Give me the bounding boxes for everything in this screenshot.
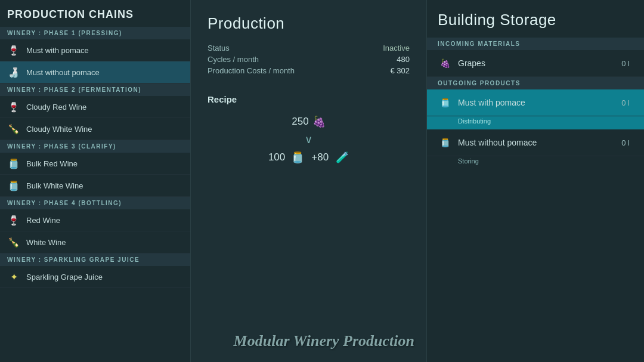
chain-item-label-0-0: Must with pomace bbox=[26, 46, 89, 55]
outgoing-value-1: 0 l bbox=[621, 138, 630, 147]
chain-item-icon-1-0: 🍷 bbox=[7, 100, 20, 113]
stat-value-0: Inactive bbox=[383, 44, 410, 52]
outgoing-label-0: Must with pomace bbox=[458, 98, 621, 107]
middle-panel: Production StatusInactiveCycles / month4… bbox=[191, 0, 426, 362]
grape-icon: 🍇 bbox=[312, 115, 326, 128]
chain-item-icon-0-0: 🍷 bbox=[7, 44, 20, 57]
chain-item-label-1-1: Cloudy White Wine bbox=[26, 125, 92, 134]
chain-item-label-3-1: White Wine bbox=[26, 238, 66, 247]
left-panel: PRODUCTION CHAINS WINERY : PHASE 1 (PRES… bbox=[0, 0, 191, 362]
section-header-1: WINERY : PHASE 2 (FERMENTATION) bbox=[0, 83, 190, 96]
chain-item-4-0[interactable]: ✦Sparkling Grape Juice bbox=[0, 266, 190, 288]
chain-item-icon-1-1: 🍾 bbox=[7, 122, 20, 135]
chain-item-icon-2-0: 🫙 bbox=[7, 157, 20, 170]
stat-label-2: Production Costs / month bbox=[208, 66, 295, 75]
stat-row-2: Production Costs / month€ 302 bbox=[208, 66, 410, 75]
incoming-item-0: 🍇 Grapes 0 l bbox=[427, 50, 644, 77]
output-plus: +80 bbox=[311, 151, 329, 163]
stat-row-0: StatusInactive bbox=[208, 44, 410, 52]
section-header-4: WINERY : SPARKLING GRAPE JUICE bbox=[0, 253, 190, 266]
outgoing-item-0: 🫙 Must with pomace 0 l bbox=[427, 89, 644, 116]
section-header-0: WINERY : PHASE 1 (PRESSING) bbox=[0, 27, 190, 39]
chain-item-2-0[interactable]: 🫙Bulk Red Wine bbox=[0, 153, 190, 175]
chain-item-0-0[interactable]: 🍷Must with pomace bbox=[0, 39, 190, 61]
production-stats: StatusInactiveCycles / month480Productio… bbox=[208, 44, 410, 75]
outgoing-value-0: 0 l bbox=[621, 98, 630, 107]
output-icon-1: 🫙 bbox=[291, 151, 304, 164]
chain-item-icon-3-0: 🍷 bbox=[7, 214, 20, 227]
stat-value-2: € 302 bbox=[390, 66, 410, 75]
section-header-2: WINERY : PHASE 3 (CLARIFY) bbox=[0, 140, 190, 153]
stat-value-1: 480 bbox=[397, 55, 410, 64]
chain-item-label-1-0: Cloudy Red Wine bbox=[26, 103, 86, 112]
outgoing-icon-1: 🫙 bbox=[438, 135, 452, 150]
output-icon-2: 🧪 bbox=[336, 151, 349, 164]
recipe-arrow-icon: ∨ bbox=[305, 133, 312, 146]
incoming-value-0: 0 l bbox=[621, 59, 630, 68]
stat-row-1: Cycles / month480 bbox=[208, 55, 410, 64]
left-panel-title: PRODUCTION CHAINS bbox=[0, 0, 190, 27]
outgoing-icon-0: 🫙 bbox=[438, 95, 452, 110]
recipe-section: Recipe 250 🍇 ∨ 100🫙+80🧪 bbox=[208, 94, 410, 164]
chain-item-2-1[interactable]: 🫙Bulk White Wine bbox=[0, 175, 190, 197]
chain-item-label-0-1: Must without pomace bbox=[26, 68, 100, 77]
chain-item-3-0[interactable]: 🍷Red Wine bbox=[0, 209, 190, 231]
outgoing-subtext-1: Storing bbox=[427, 156, 644, 169]
chain-item-icon-3-1: 🍾 bbox=[7, 236, 20, 249]
section-header-3: WINERY : PHASE 4 (BOTTLING) bbox=[0, 197, 190, 209]
chain-item-1-1[interactable]: 🍾Cloudy White Wine bbox=[0, 118, 190, 140]
chain-item-3-1[interactable]: 🍾White Wine bbox=[0, 231, 190, 253]
outgoing-label-1: Must without pomace bbox=[458, 138, 621, 147]
building-title: Building Storage bbox=[427, 0, 644, 38]
output-amount-1: 100 bbox=[268, 151, 285, 163]
recipe-input-amount: 250 bbox=[292, 116, 308, 128]
chain-item-label-4-0: Sparkling Grape Juice bbox=[26, 273, 103, 281]
chain-item-icon-2-1: 🫙 bbox=[7, 179, 20, 192]
outgoing-item-1: 🫙 Must without pomace 0 l bbox=[427, 129, 644, 156]
stat-label-0: Status bbox=[208, 44, 230, 52]
recipe-input: 250 🍇 bbox=[292, 115, 325, 128]
chain-item-1-0[interactable]: 🍷Cloudy Red Wine bbox=[0, 96, 190, 118]
recipe-label: Recipe bbox=[208, 94, 410, 104]
recipe-content: 250 🍇 ∨ 100🫙+80🧪 bbox=[208, 115, 410, 164]
chain-item-label-2-0: Bulk Red Wine bbox=[26, 159, 78, 168]
chain-item-label-3-0: Red Wine bbox=[26, 216, 60, 225]
outgoing-subtext-0: Distributing bbox=[427, 116, 644, 129]
chain-item-label-2-1: Bulk White Wine bbox=[26, 181, 83, 190]
incoming-header: INCOMING MATERIALS bbox=[427, 38, 644, 50]
chain-item-0-1[interactable]: 🍶Must without pomace bbox=[0, 61, 190, 83]
incoming-icon-0: 🍇 bbox=[438, 56, 452, 70]
right-panel: Building Storage INCOMING MATERIALS 🍇 Gr… bbox=[426, 0, 644, 362]
chain-item-icon-0-1: 🍶 bbox=[7, 66, 20, 79]
watermark-text: Modular Winery Production bbox=[234, 332, 414, 350]
recipe-output: 100🫙+80🧪 bbox=[268, 151, 349, 164]
production-title: Production bbox=[208, 14, 410, 33]
incoming-label-0: Grapes bbox=[458, 58, 621, 68]
chain-item-icon-4-0: ✦ bbox=[7, 270, 20, 283]
stat-label-1: Cycles / month bbox=[208, 55, 259, 64]
outgoing-header: OUTGOING PRODUCTS bbox=[427, 77, 644, 89]
